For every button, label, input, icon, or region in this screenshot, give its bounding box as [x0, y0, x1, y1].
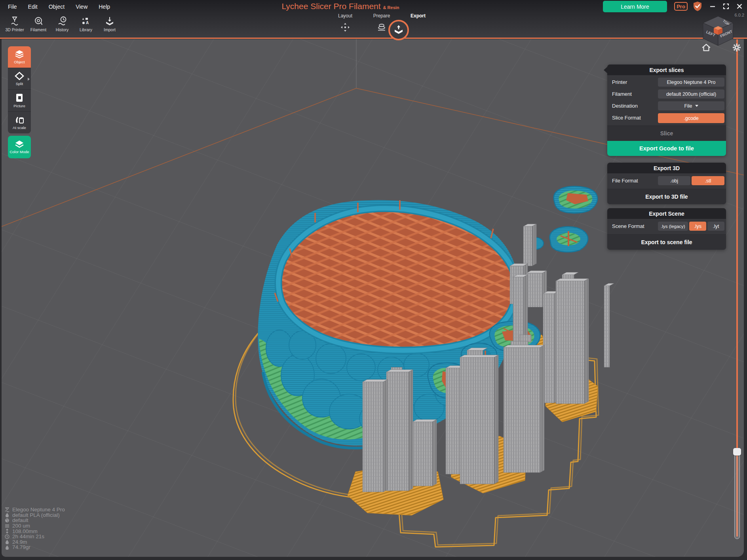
print-summary: Elegoo Neptune 4 Pro default PLA (offici… — [5, 507, 65, 550]
spool-icon — [33, 16, 44, 26]
panel-notch-icon[interactable] — [604, 67, 607, 73]
slice-format-label: Slice Format — [612, 115, 641, 121]
tower — [412, 420, 437, 486]
format-stl-button[interactable]: .stl — [692, 176, 724, 185]
toolbar-history[interactable]: History — [53, 16, 71, 32]
tower — [460, 348, 498, 484]
status-filament-length: 24.9m — [5, 539, 65, 545]
export-gcode-button[interactable]: Export Gcode to file — [607, 141, 726, 156]
side-tool-object[interactable]: Object — [8, 46, 31, 68]
height-icon — [5, 529, 10, 533]
format-obj-button[interactable]: .obj — [658, 176, 690, 185]
export-3d-header: Export 3D — [607, 163, 726, 173]
side-tool-split[interactable]: Split — [8, 68, 31, 90]
layers-icon — [5, 524, 10, 528]
island-top-a — [554, 186, 597, 213]
svg-text:A: A — [86, 21, 89, 25]
color-mode-button[interactable]: Color Mode — [8, 136, 31, 158]
printer-label: Printer — [612, 79, 627, 85]
status-print-time: 2h 44min 21s — [5, 534, 65, 539]
library-icon: A — [81, 16, 91, 26]
export-3d-file-button[interactable]: Export to 3D file — [607, 189, 726, 204]
menu-edit[interactable]: Edit — [27, 3, 38, 11]
version-label: 6.0.2 — [724, 13, 744, 17]
side-tool-picture[interactable]: Picture — [8, 90, 31, 112]
toolbar-filament[interactable]: Filament — [29, 16, 48, 32]
export-3d-panel: Export 3D File Format .obj .stl Export t… — [607, 163, 726, 204]
printer-icon — [5, 507, 10, 512]
layers-sphere-icon — [369, 22, 394, 33]
status-printer: Elegoo Neptune 4 Pro — [5, 507, 65, 513]
palette-icon — [5, 518, 10, 523]
export-slices-panel: Export slices Printer Elegoo Neptune 4 P… — [607, 65, 726, 156]
import-icon — [105, 16, 115, 26]
tower — [386, 367, 413, 491]
status-profile: default — [5, 518, 65, 523]
submenu-arrow-icon — [28, 78, 30, 81]
menu-bar: File Edit Object View Help — [7, 3, 111, 11]
move-icon — [333, 22, 358, 33]
island-top-b — [550, 227, 588, 252]
tower — [523, 224, 536, 266]
close-button[interactable] — [736, 2, 743, 10]
status-layer-height: 200 um — [5, 523, 65, 529]
export-slices-header: Export slices — [607, 65, 726, 75]
filament-select[interactable]: default 200um (official) — [658, 89, 724, 99]
shield-check-icon[interactable] — [693, 1, 702, 13]
format-lys-legacy-button[interactable]: .lys (legacy) — [658, 222, 688, 231]
toolbar-import[interactable]: Import — [101, 16, 119, 32]
clock-icon — [5, 534, 10, 539]
maximize-button[interactable] — [722, 2, 730, 10]
minimize-button[interactable] — [709, 2, 717, 10]
layer-slider-range[interactable] — [734, 451, 740, 539]
color-mode-icon — [15, 140, 24, 148]
object-icon — [15, 50, 24, 59]
picture-icon — [15, 93, 24, 103]
side-tool-at-scale[interactable]: At scale — [8, 112, 31, 133]
slice-button[interactable]: Slice — [607, 125, 726, 141]
printer-icon — [10, 16, 20, 26]
status-filament-weight: 74.79gr — [5, 545, 65, 550]
printer-select[interactable]: Elegoo Neptune 4 Pro — [658, 78, 724, 87]
split-icon — [15, 72, 24, 80]
orientation-cube[interactable]: TOP LEFT FRONT — [700, 13, 736, 49]
menu-file[interactable]: File — [7, 3, 18, 11]
droplet-icon — [5, 545, 10, 550]
learn-more-button[interactable]: Learn More — [603, 1, 667, 12]
layer-slider-handle[interactable] — [733, 448, 741, 456]
slice-format-button[interactable]: .gcode — [658, 113, 724, 123]
pro-badge: Pro — [674, 2, 688, 11]
main-toolbar: 3D Printer Filament History A — [6, 16, 119, 32]
droplet-icon — [5, 513, 10, 517]
menu-help[interactable]: Help — [98, 3, 111, 11]
droplet-icon — [5, 539, 10, 544]
filament-label: Filament — [612, 91, 632, 97]
destination-label: Destination — [612, 103, 638, 109]
tab-export[interactable]: Export — [405, 13, 431, 33]
at-scale-icon — [14, 116, 25, 124]
accent-line — [0, 38, 747, 39]
tab-prepare[interactable]: Prepare — [369, 13, 394, 33]
app-title: Lychee Slicer Pro Filament& Resin — [238, 2, 443, 11]
export-scene-panel: Export Scene Scene Format .lys (legacy) … — [607, 208, 726, 250]
history-icon — [57, 16, 67, 26]
format-lyt-button[interactable]: .lyt — [707, 222, 724, 231]
dropdown-caret-icon — [695, 105, 698, 107]
toolbar-3d-printer[interactable]: 3D Printer — [6, 16, 24, 32]
tower — [556, 272, 589, 404]
tower — [504, 335, 544, 473]
export-scene-header: Export Scene — [607, 208, 726, 219]
destination-select[interactable]: File — [658, 101, 724, 110]
menu-object[interactable]: Object — [48, 3, 65, 11]
export-scene-file-button[interactable]: Export to scene file — [607, 234, 726, 250]
menu-view[interactable]: View — [75, 3, 88, 11]
tower — [363, 380, 388, 492]
format-lys-button[interactable]: .lys — [689, 222, 706, 231]
tab-layout[interactable]: Layout — [333, 13, 358, 33]
file-format-label: File Format — [612, 178, 638, 184]
scene-format-label: Scene Format — [612, 223, 644, 229]
window-controls — [709, 2, 743, 10]
toolbar-library[interactable]: A Library — [77, 16, 95, 32]
status-filament-profile: default PLA (official) — [5, 513, 65, 518]
status-height: 108.00mm — [5, 528, 65, 534]
